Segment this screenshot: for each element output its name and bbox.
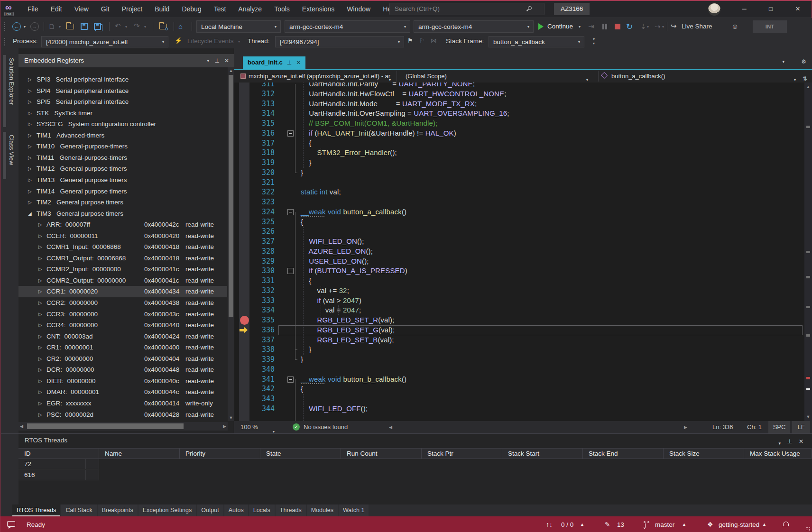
register-DMAR[interactable]: ▷DMAR: 000000010x4000044cread-write bbox=[18, 386, 227, 398]
expand-icon[interactable]: ▷ bbox=[38, 386, 42, 398]
close-tab-icon[interactable]: ✕ bbox=[296, 59, 301, 66]
code-line-313[interactable]: 313 UartHandle.Init.Mode = UART_MODE_TX_… bbox=[234, 99, 812, 109]
menu-git[interactable]: Git bbox=[95, 1, 116, 17]
new-file-dropdown[interactable]: ▾ bbox=[59, 25, 61, 29]
column-header-id[interactable]: ID bbox=[18, 448, 99, 459]
column-header-stack-size[interactable]: Stack Size bbox=[664, 448, 744, 459]
code-line-328[interactable]: 328 AZURE_LED_ON(); bbox=[234, 247, 812, 257]
solution-config-dropdown[interactable]: arm-gcc-cortex-m4▾ bbox=[285, 20, 410, 33]
fold-collapse-icon[interactable] bbox=[287, 209, 294, 215]
navigate-forward-icon[interactable]: → bbox=[30, 22, 39, 31]
menu-window[interactable]: Window bbox=[341, 1, 377, 17]
preview-badge[interactable]: INT PREVIEW bbox=[753, 20, 787, 33]
continue-button[interactable]: Continue bbox=[547, 23, 573, 30]
column-header-stack-end[interactable]: Stack End bbox=[583, 448, 664, 459]
resize-grip[interactable] bbox=[806, 526, 811, 531]
code-line-311[interactable]: 311 UartHandle.Init.Parity = UART_PARITY… bbox=[234, 83, 812, 89]
undo-icon[interactable]: ↶ bbox=[115, 22, 121, 30]
toggle-flagged-icon[interactable]: ⋈ bbox=[431, 37, 437, 44]
code-line-325[interactable]: 325{ bbox=[234, 217, 812, 227]
code-line-323[interactable]: 323 bbox=[234, 197, 812, 207]
scope-dropdown[interactable]: (Global Scope) ▾ bbox=[397, 71, 593, 82]
register-PSC[interactable]: ▷PSC: 0000002d0x40000428read-write bbox=[18, 409, 227, 421]
avatar[interactable] bbox=[708, 3, 720, 16]
redo-dropdown[interactable]: ▾ bbox=[144, 25, 146, 29]
fold-collapse-icon[interactable] bbox=[287, 130, 294, 137]
restart-icon[interactable]: ↻ bbox=[626, 22, 633, 32]
pin-tab-icon[interactable]: ⊥ bbox=[287, 59, 292, 66]
code-line-324[interactable]: 324__weak void button_a_callback() bbox=[234, 207, 812, 217]
branch-expand-icon[interactable]: ▲ bbox=[682, 516, 686, 532]
process-dropdown[interactable]: [42000] mxchip_azure_iot.elf▾ bbox=[41, 36, 168, 47]
code-line-321[interactable]: 321 bbox=[234, 178, 812, 188]
code-line-317[interactable]: 317 { bbox=[234, 138, 812, 148]
panel-header[interactable]: Embedded Registers ▾ ⊥ ✕ bbox=[18, 54, 234, 67]
open-file-icon[interactable] bbox=[66, 24, 74, 29]
register-group-TIM3[interactable]: ◢TIM3 General purpose timers bbox=[18, 208, 227, 220]
redo-icon[interactable]: ↷ bbox=[134, 22, 140, 30]
close-button[interactable]: ✕ bbox=[787, 1, 809, 17]
code-line-331[interactable]: 331 { bbox=[234, 276, 812, 286]
expand-icon[interactable]: ▷ bbox=[38, 230, 42, 242]
window-position-icon[interactable]: ▾ bbox=[207, 54, 209, 67]
register-group-TIM12[interactable]: ▷TIM12 General purpose timers bbox=[18, 163, 227, 174]
code-line-336[interactable]: 336 RGB_LED_SET_G(val); bbox=[234, 325, 812, 335]
code-line-330[interactable]: 330 if (BUTTON_A_IS_PRESSED) bbox=[234, 266, 812, 276]
register-DCR[interactable]: ▷DCR: 000000000x40000448read-write bbox=[18, 364, 227, 376]
cell-1-max-stack-usage[interactable]: 616 bbox=[18, 470, 86, 480]
bottom-tab-output[interactable]: Output bbox=[197, 504, 223, 516]
project-dropdown[interactable]: mxchip_azure_iot.elf (app\mxchip_azure_i… bbox=[234, 71, 396, 82]
sync-expand-icon[interactable]: ▲ bbox=[580, 516, 584, 532]
pin-icon[interactable]: ⊥ bbox=[787, 435, 792, 448]
register-DIER[interactable]: ▷DIER: 000000000x4000040cread-write bbox=[18, 376, 227, 387]
register-group-TIM14[interactable]: ▷TIM14 General purpose timers bbox=[18, 186, 227, 197]
registers-vscrollbar[interactable]: ▲ ▼ bbox=[228, 67, 234, 421]
expand-icon[interactable]: ▷ bbox=[28, 74, 32, 85]
register-group-SYSCFG[interactable]: ▷SYSCFG System configuration controller bbox=[18, 119, 227, 130]
register-CCR3[interactable]: ▷CCR3: 000000000x4000043cread-write bbox=[18, 309, 227, 320]
code-line-341[interactable]: 341__weak void button_b_callback() bbox=[234, 375, 812, 385]
expand-icon[interactable]: ▷ bbox=[38, 364, 42, 376]
bottom-tab-threads[interactable]: Threads bbox=[276, 504, 306, 516]
pending-edits-icon[interactable]: ✎ bbox=[605, 516, 610, 532]
solution-platform-dropdown[interactable]: arm-gcc-cortex-m4▾ bbox=[414, 20, 534, 33]
column-header-priority[interactable]: Priority bbox=[180, 448, 260, 459]
register-group-SPI4[interactable]: ▷SPI4 Serial peripheral interface bbox=[18, 85, 227, 97]
repo-expand-icon[interactable]: ▲ bbox=[762, 516, 766, 532]
expand-icon[interactable]: ▷ bbox=[38, 353, 42, 365]
expand-icon[interactable]: ▷ bbox=[38, 398, 42, 409]
menu-file[interactable]: File bbox=[21, 1, 45, 17]
expand-icon[interactable]: ▷ bbox=[38, 309, 42, 320]
register-group-STK[interactable]: ▷STK SysTick timer bbox=[18, 108, 227, 119]
expand-icon[interactable]: ▷ bbox=[28, 141, 32, 152]
side-tab-class-view[interactable]: Class View bbox=[3, 132, 17, 179]
register-group-TIM13[interactable]: ▷TIM13 General purpose timers bbox=[18, 174, 227, 186]
column-header-state[interactable]: State bbox=[260, 448, 341, 459]
step-over-icon[interactable]: ⇢ bbox=[655, 22, 661, 31]
register-CCMR2_Output[interactable]: ▷CCMR2_Output: 000000000x4000041cread-wr… bbox=[18, 275, 227, 286]
menu-view[interactable]: View bbox=[68, 1, 95, 17]
code-line-312[interactable]: 312 UartHandle.Init.HwFlowCtl = UART_HWC… bbox=[234, 89, 812, 99]
bottom-tab-locals[interactable]: Locals bbox=[249, 504, 275, 516]
column-header-stack-ptr[interactable]: Stack Ptr bbox=[422, 448, 502, 459]
code-line-327[interactable]: 327 WIFI_LED_ON(); bbox=[234, 237, 812, 247]
register-group-TIM2[interactable]: ▷TIM2 General purpose timers bbox=[18, 197, 227, 208]
expand-icon[interactable]: ▷ bbox=[28, 85, 32, 97]
tab-board-init[interactable]: board_init.c⊥✕ bbox=[243, 56, 305, 69]
code-line-344[interactable]: 344 WIFI_LED_OFF(); bbox=[234, 404, 812, 414]
expand-icon[interactable]: ▷ bbox=[38, 286, 42, 297]
code-line-326[interactable]: 326 bbox=[234, 227, 812, 237]
step-into-icon[interactable]: ⇣ bbox=[640, 22, 646, 31]
live-share-icon[interactable]: ↪ bbox=[671, 22, 677, 30]
bottom-tab-autos[interactable]: Autos bbox=[224, 504, 248, 516]
menu-debug[interactable]: Debug bbox=[175, 1, 207, 17]
fold-collapse-icon[interactable] bbox=[287, 268, 294, 274]
expand-icon[interactable]: ▷ bbox=[38, 264, 42, 275]
code-line-333[interactable]: 333 if (val > 2047) bbox=[234, 296, 812, 306]
collapse-icon[interactable]: ◢ bbox=[28, 208, 32, 220]
code-line-337[interactable]: 337 RGB_LED_SET_B(val); bbox=[234, 335, 812, 345]
bottom-tab-breakpoints[interactable]: Breakpoints bbox=[98, 504, 138, 516]
expand-icon[interactable]: ▷ bbox=[38, 331, 42, 342]
code-line-315[interactable]: 315 // BSP_COM_Init(COM1, &UartHandle); bbox=[234, 119, 812, 128]
start-page-icon[interactable]: ⌂ bbox=[178, 22, 183, 30]
